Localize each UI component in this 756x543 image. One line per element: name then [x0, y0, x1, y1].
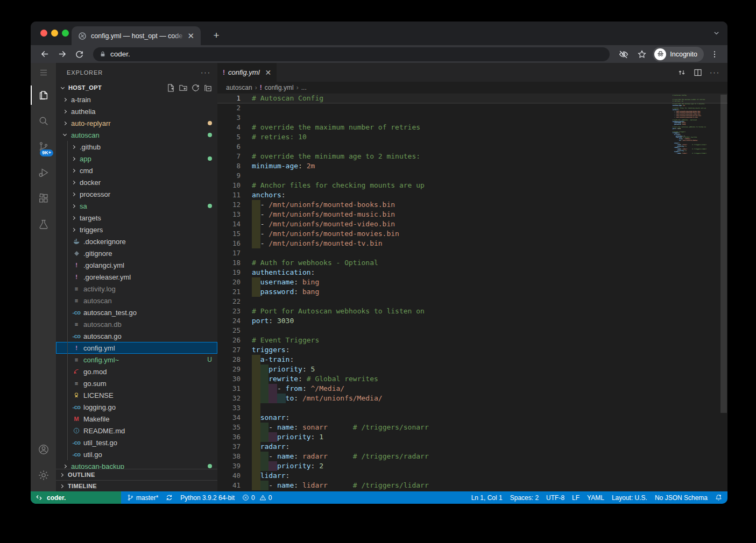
- open-changes-icon[interactable]: [677, 68, 686, 77]
- code-line-10[interactable]: 10# Anchor files for checking mounts are…: [217, 181, 727, 190]
- url-bar[interactable]: coder.: [93, 47, 610, 61]
- code-line-28[interactable]: 28a-train:: [217, 355, 727, 365]
- code-line-13[interactable]: 13- /mnt/unionfs/mounted-music.bin: [217, 210, 727, 219]
- code-line-37[interactable]: 37radarr:: [217, 442, 727, 452]
- code-line-9[interactable]: 9: [217, 171, 727, 181]
- refresh-icon[interactable]: [192, 84, 200, 92]
- code-line-8[interactable]: 8minimum-age: 2m: [217, 161, 727, 171]
- code-line-26[interactable]: 26# Event Triggers: [217, 335, 727, 345]
- tree-item-triggers[interactable]: triggers: [56, 224, 217, 235]
- code-line-35[interactable]: 35- name: sonarr # /triggers/sonarr: [217, 423, 727, 432]
- bookmark-star-icon[interactable]: [634, 47, 649, 62]
- tree-item-a-train[interactable]: a-train: [56, 94, 217, 105]
- tree-item-sa[interactable]: sa: [56, 200, 217, 212]
- cursor-position-status[interactable]: Ln 1, Col 1: [468, 491, 506, 504]
- code-line-14[interactable]: 14- /mnt/unionfs/mounted-video.bin: [217, 219, 727, 229]
- code-line-31[interactable]: 31- from: ^/Media/: [217, 384, 727, 394]
- code-line-1[interactable]: 1# Autoscan Config: [217, 94, 727, 103]
- tree-item-autoscan-backup[interactable]: autoscan-backup: [56, 460, 217, 469]
- editor-scrollbar[interactable]: [720, 94, 727, 491]
- timeline-section-header[interactable]: TIMELINE: [56, 480, 217, 491]
- incognito-badge[interactable]: Incognito: [653, 47, 704, 62]
- tab-search-chevron-icon[interactable]: [713, 30, 720, 37]
- split-editor-icon[interactable]: [694, 68, 702, 77]
- tree-item-autoscan-go[interactable]: -coautoscan.go: [56, 330, 217, 342]
- tree-item-docker[interactable]: docker: [56, 176, 217, 188]
- breadcrumb-file[interactable]: config.yml: [265, 84, 294, 91]
- breadcrumb-more[interactable]: ...: [301, 84, 307, 91]
- code-line-38[interactable]: 38- name: radarr # /triggers/radarr: [217, 452, 727, 461]
- code-line-23[interactable]: 23# Port for Autoscan webhooks to listen…: [217, 306, 727, 316]
- eol-status[interactable]: LF: [568, 491, 583, 504]
- code-line-18[interactable]: 18# Auth for webhooks - Optional: [217, 258, 727, 268]
- python-interpreter-status[interactable]: Python 3.9.2 64-bit: [176, 491, 238, 504]
- code-line-34[interactable]: 34sonarr:: [217, 413, 727, 423]
- browser-tab[interactable]: config.yml — host_opt — code ✕: [72, 26, 201, 45]
- tree-item-autoscan[interactable]: ≡autoscan: [56, 295, 217, 306]
- tree-item-config-yml[interactable]: !config.yml: [56, 342, 217, 354]
- code-line-32[interactable]: 32to: /mnt/unionfs/Media/: [217, 394, 727, 403]
- collapse-folders-icon[interactable]: [204, 84, 212, 92]
- tree-item-go-mod[interactable]: go.mod: [56, 366, 217, 377]
- code-line-19[interactable]: 19authentication:: [217, 268, 727, 277]
- tree-item--golangci-yml[interactable]: !.golangci.yml: [56, 259, 217, 271]
- sync-status[interactable]: [162, 491, 176, 504]
- code-line-24[interactable]: 24port: 3030: [217, 316, 727, 326]
- code-line-40[interactable]: 40lidarr:: [217, 471, 727, 481]
- code-line-12[interactable]: 12- /mnt/unionfs/mounted-books.bin: [217, 200, 727, 210]
- code-line-7[interactable]: 7# override the minimum age to 2 minutes…: [217, 152, 727, 161]
- json-schema-status[interactable]: No JSON Schema: [651, 491, 711, 504]
- eye-off-icon[interactable]: [616, 47, 631, 62]
- explorer-more-actions-icon[interactable]: ···: [201, 68, 211, 76]
- account-icon[interactable]: [31, 437, 56, 462]
- code-line-11[interactable]: 11anchors:: [217, 190, 727, 200]
- problems-status[interactable]: 0 0: [238, 491, 275, 504]
- editor-more-actions-icon[interactable]: ···: [710, 68, 720, 76]
- minimap[interactable]: # Autoscan Config # override the maximum…: [670, 94, 720, 155]
- language-mode-status[interactable]: YAML: [583, 491, 608, 504]
- tree-item-activity-log[interactable]: ≡activity.log: [56, 283, 217, 295]
- encoding-status[interactable]: UTF-8: [542, 491, 568, 504]
- tree-item--goreleaser-yml[interactable]: !.goreleaser.yml: [56, 271, 217, 283]
- tree-item-logging-go[interactable]: -cologging.go: [56, 401, 217, 413]
- editor-tab-config-yml[interactable]: ! config.yml ✕: [217, 63, 277, 82]
- new-folder-icon[interactable]: [179, 84, 187, 92]
- scrollbar-slider[interactable]: [720, 95, 727, 413]
- code-line-15[interactable]: 15- /mnt/unionfs/mounted-movies.bin: [217, 229, 727, 239]
- tree-item-config-yml-[interactable]: ≡config.yml~U: [56, 354, 217, 366]
- code-line-29[interactable]: 29priority: 5: [217, 365, 727, 374]
- tree-item-autoscan-db[interactable]: ≡autoscan.db: [56, 318, 217, 330]
- new-file-icon[interactable]: [167, 84, 175, 92]
- code-line-22[interactable]: 22: [217, 297, 727, 306]
- explorer-activity-icon[interactable]: [31, 82, 56, 108]
- macos-close-button[interactable]: [40, 30, 47, 37]
- tab-close-icon[interactable]: ✕: [265, 68, 272, 77]
- code-line-20[interactable]: 20username: bing: [217, 277, 727, 287]
- search-activity-icon[interactable]: [31, 108, 56, 134]
- code-line-6[interactable]: 6: [217, 142, 727, 152]
- settings-gear-icon[interactable]: [31, 462, 56, 488]
- tree-item-cmd[interactable]: cmd: [56, 165, 217, 176]
- remote-indicator[interactable]: coder.: [31, 491, 121, 504]
- testing-activity-icon[interactable]: [31, 211, 56, 237]
- back-button[interactable]: [37, 47, 52, 62]
- new-tab-button[interactable]: +: [209, 28, 223, 42]
- code-line-21[interactable]: 21password: bang: [217, 287, 727, 297]
- forward-button[interactable]: [54, 47, 69, 62]
- tree-item-autoscan-test-go[interactable]: -coautoscan_test.go: [56, 306, 217, 318]
- tree-item-readme-md[interactable]: README.md: [56, 425, 217, 437]
- code-editor[interactable]: 1# Autoscan Config234# override the maxi…: [217, 94, 727, 491]
- tab-close-icon[interactable]: ✕: [185, 31, 196, 41]
- tree-item-go-sum[interactable]: ≡go.sum: [56, 377, 217, 389]
- code-line-27[interactable]: 27triggers:: [217, 345, 727, 355]
- code-line-16[interactable]: 16- /mnt/unionfs/mounted-tv.bin: [217, 239, 727, 248]
- tree-item-license[interactable]: LICENSE: [56, 389, 217, 401]
- outline-section-header[interactable]: OUTLINE: [56, 469, 217, 480]
- macos-minimize-button[interactable]: [51, 30, 58, 37]
- tree-item-auto-replyarr[interactable]: auto-replyarr: [56, 117, 217, 129]
- code-line-39[interactable]: 39priority: 2: [217, 461, 727, 471]
- run-debug-activity-icon[interactable]: [31, 160, 56, 185]
- code-line-3[interactable]: 3: [217, 113, 727, 123]
- reload-button[interactable]: [72, 47, 87, 62]
- git-branch-status[interactable]: master*: [123, 491, 162, 504]
